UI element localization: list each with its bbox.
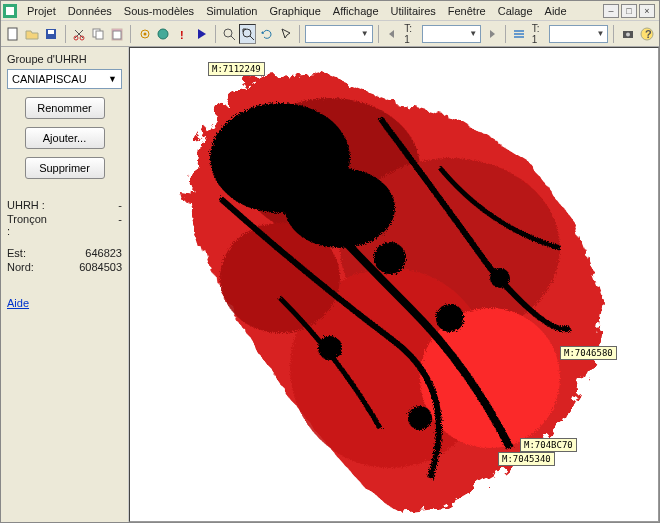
menu-projet[interactable]: Projet <box>21 3 62 19</box>
menubar: Projet Données Sous-modèles Simulation G… <box>1 1 659 21</box>
svg-rect-1 <box>6 7 14 15</box>
toolbar-combo-1[interactable]: ▼ <box>305 25 373 43</box>
svg-point-17 <box>243 29 251 37</box>
svg-rect-21 <box>514 36 524 38</box>
svg-text:?: ? <box>645 28 652 40</box>
svg-point-13 <box>158 29 168 39</box>
svg-rect-19 <box>514 30 524 32</box>
select-icon[interactable] <box>277 24 294 44</box>
svg-point-36 <box>490 268 510 288</box>
menu-simulation[interactable]: Simulation <box>200 3 263 19</box>
help-icon[interactable]: ? <box>638 24 655 44</box>
new-icon[interactable] <box>5 24 22 44</box>
menu-calage[interactable]: Calage <box>492 3 539 19</box>
svg-line-18 <box>250 36 254 40</box>
svg-point-37 <box>408 406 432 430</box>
menu-donnees[interactable]: Données <box>62 3 118 19</box>
uhrh-value: - <box>49 199 122 211</box>
est-label: Est: <box>7 247 49 259</box>
list-icon[interactable] <box>511 24 528 44</box>
menu-sous-modeles[interactable]: Sous-modèles <box>118 3 200 19</box>
search-icon[interactable] <box>221 24 238 44</box>
window-controls: – □ × <box>603 4 657 18</box>
app-icon <box>3 4 17 18</box>
time-label-2: T: 1 <box>530 23 547 45</box>
svg-text:!: ! <box>180 29 184 41</box>
svg-point-23 <box>626 32 630 36</box>
zoom-extent-icon[interactable] <box>239 24 256 44</box>
map-svg <box>130 48 659 522</box>
back-icon[interactable] <box>383 24 400 44</box>
sidebar: Groupe d'UHRH CANIAPISCAU ▼ Renommer Ajo… <box>1 47 129 522</box>
svg-rect-4 <box>48 30 54 34</box>
copy-icon[interactable] <box>89 24 106 44</box>
toolbar-combo-t2[interactable]: ▼ <box>549 25 608 43</box>
save-icon[interactable] <box>43 24 60 44</box>
refresh-icon[interactable] <box>258 24 275 44</box>
cut-icon[interactable] <box>71 24 88 44</box>
svg-point-15 <box>224 29 232 37</box>
svg-rect-20 <box>514 33 524 35</box>
svg-point-35 <box>318 336 342 360</box>
map-annotation[interactable]: M:7046580 <box>560 346 617 360</box>
nord-label: Nord: <box>7 261 49 273</box>
gear-icon[interactable] <box>136 24 153 44</box>
help-link[interactable]: Aide <box>7 297 122 309</box>
group-dropdown-value: CANIAPISCAU <box>12 73 87 85</box>
play-icon[interactable] <box>193 24 210 44</box>
content-area: Groupe d'UHRH CANIAPISCAU ▼ Renommer Ajo… <box>1 47 659 522</box>
uhrh-label: UHRH : <box>7 199 49 211</box>
troncon-label: Tronçon : <box>7 213 49 237</box>
info-block: UHRH : - Tronçon : - Est: 646823 Nord: 6… <box>7 199 122 273</box>
svg-line-16 <box>231 36 235 40</box>
close-button[interactable]: × <box>639 4 655 18</box>
forward-icon[interactable] <box>483 24 500 44</box>
group-label: Groupe d'UHRH <box>7 53 122 65</box>
maximize-button[interactable]: □ <box>621 4 637 18</box>
svg-rect-8 <box>96 31 103 39</box>
map-annotation[interactable]: M:7112249 <box>208 62 265 76</box>
svg-rect-2 <box>8 28 17 40</box>
chevron-down-icon: ▼ <box>108 74 117 84</box>
svg-rect-10 <box>113 31 121 39</box>
menu-aide[interactable]: Aide <box>539 3 573 19</box>
warning-icon[interactable]: ! <box>174 24 191 44</box>
svg-point-33 <box>374 242 406 274</box>
time-label-1: T: 1 <box>402 23 419 45</box>
svg-point-34 <box>436 304 464 332</box>
delete-button[interactable]: Supprimer <box>25 157 105 179</box>
map-view[interactable]: M:7112249 M:7046580 M:704BC70 M:7045340 <box>129 47 659 522</box>
rename-button[interactable]: Renommer <box>25 97 105 119</box>
group-dropdown[interactable]: CANIAPISCAU ▼ <box>7 69 122 89</box>
troncon-value: - <box>49 213 122 237</box>
minimize-button[interactable]: – <box>603 4 619 18</box>
nord-value: 6084503 <box>49 261 122 273</box>
toolbar: ! ▼ T: 1 ▼ T: 1 ▼ ? <box>1 21 659 47</box>
add-button[interactable]: Ajouter... <box>25 127 105 149</box>
menu-graphique[interactable]: Graphique <box>263 3 326 19</box>
menu-utilitaires[interactable]: Utilitaires <box>385 3 442 19</box>
menu-fenetre[interactable]: Fenêtre <box>442 3 492 19</box>
open-icon[interactable] <box>24 24 41 44</box>
menu-affichage[interactable]: Affichage <box>327 3 385 19</box>
paste-icon[interactable] <box>108 24 125 44</box>
camera-icon[interactable] <box>619 24 636 44</box>
toolbar-combo-t1[interactable]: ▼ <box>422 25 481 43</box>
map-annotation[interactable]: M:704BC70 <box>520 438 577 452</box>
est-value: 646823 <box>49 247 122 259</box>
svg-point-12 <box>143 32 146 35</box>
map-annotation[interactable]: M:7045340 <box>498 452 555 466</box>
globe-icon[interactable] <box>155 24 172 44</box>
